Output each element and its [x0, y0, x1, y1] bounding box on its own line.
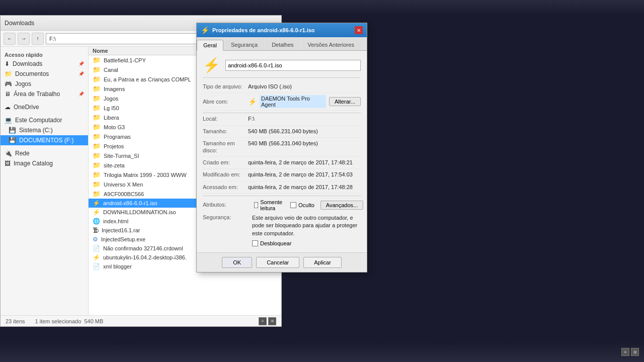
- dialog-close-button[interactable]: ✕: [355, 26, 363, 34]
- taskbar-grid-view[interactable]: ⊞: [631, 348, 639, 356]
- modified-value: quinta-feira, 2 de março de 2017, 17:54:…: [248, 171, 361, 178]
- forward-button[interactable]: →: [18, 33, 30, 45]
- created-label: Criado em:: [203, 159, 248, 166]
- openswith-label: Abre com:: [203, 98, 248, 106]
- sidebar-label-systemc: Sistema (C:): [19, 127, 53, 134]
- sidebar-label-desktop: Área de Trabalho: [14, 90, 60, 98]
- filetype-row: Tipo de arquivo: Arquivo ISO (.iso): [203, 83, 361, 93]
- dialog-titlebar: ⚡ Propriedades de android-x86-6.0-r1.iso…: [197, 23, 367, 37]
- dialog-title-icon: ⚡: [201, 26, 209, 34]
- tab-geral[interactable]: Geral: [197, 40, 223, 51]
- unblock-checkbox[interactable]: [252, 240, 258, 246]
- up-button[interactable]: ↑: [32, 33, 44, 45]
- created-value: quinta-feira, 2 de março de 2017, 17:48:…: [248, 159, 361, 166]
- sidebar-label-network: Rede: [15, 150, 30, 157]
- rar-icon: 🗜: [93, 227, 99, 234]
- openswith-app-name: DAEMON Tools Pro Agent: [260, 95, 326, 108]
- html-icon: 🌐: [93, 218, 100, 225]
- file-name: ubuntukylin-16.04.2-desktop-i386.: [103, 254, 187, 260]
- hidden-checkbox-box[interactable]: [290, 202, 296, 208]
- folder-icon: 📁: [93, 66, 101, 73]
- folder-icon: 📁: [93, 142, 101, 150]
- dialog-content: ⚡ Tipo de arquivo: Arquivo ISO (.iso) Ab…: [197, 51, 367, 252]
- file-header: ⚡: [203, 57, 361, 78]
- folder-icon: 📁: [93, 171, 101, 178]
- security-row: Segurança: Este arquivo veio de outro co…: [203, 214, 361, 237]
- sidebar-label-jogos: Jogos: [15, 80, 31, 87]
- drive-c-icon: 💾: [9, 127, 16, 134]
- folder-icon: 📁: [93, 104, 101, 112]
- file-name: Projetos: [104, 143, 124, 149]
- file-name: Site-Turma_SI: [104, 153, 139, 159]
- file-name: site-zeta: [104, 162, 125, 168]
- file-name: Jogos: [104, 96, 118, 102]
- openswith-app-icon: ⚡: [248, 98, 257, 106]
- taskbar-list-view[interactable]: ≡: [621, 348, 629, 356]
- readonly-checkbox[interactable]: Somente leitura: [254, 199, 284, 211]
- tab-detalhes[interactable]: Detalhes: [265, 39, 300, 50]
- ok-button[interactable]: OK: [222, 257, 252, 268]
- accessed-value: quinta-feira, 2 de março de 2017, 17:48:…: [248, 184, 361, 191]
- sidebar-item-downloads[interactable]: ⬇ Downloads 📌: [1, 59, 88, 69]
- advanced-button[interactable]: Avançados...: [320, 201, 363, 210]
- accessed-row: Acessado em: quinta-feira, 2 de março de…: [203, 184, 361, 194]
- downloads-icon: ⬇: [5, 60, 10, 67]
- drive-f-icon: 💾: [9, 137, 16, 144]
- folder-icon: 📁: [93, 114, 101, 121]
- sidebar-item-desktop[interactable]: 🖥 Área de Trabalho 📌: [1, 89, 88, 99]
- sidebar-item-network[interactable]: 🔌 Rede: [1, 148, 88, 158]
- security-label: Segurança:: [203, 214, 248, 220]
- readonly-label: Somente leitura: [260, 199, 284, 211]
- location-label: Local:: [203, 115, 248, 123]
- openswith-row: Abre com: ⚡ DAEMON Tools Pro Agent Alter…: [203, 95, 361, 111]
- imagecatalog-icon: 🖼: [5, 160, 11, 167]
- filetype-value: Arquivo ISO (.iso): [248, 83, 361, 90]
- pin-icon-desktop: 📌: [78, 92, 84, 97]
- file-header-icon: ⚡: [203, 57, 220, 73]
- sizedisk-value: 540 MB (566.231.040 bytes): [248, 140, 361, 154]
- tab-versoes[interactable]: Versões Anteriores: [301, 39, 361, 50]
- list-view-button[interactable]: ≡: [259, 317, 267, 325]
- sidebar-item-documentosf[interactable]: 💾 DOCUMENTOS (F:): [1, 135, 88, 145]
- file-name: Lg I50: [104, 105, 119, 111]
- sidebar-item-thispc[interactable]: 💻 Este Computador: [1, 115, 88, 125]
- filename-input[interactable]: [225, 60, 361, 71]
- location-row: Local: F:\: [203, 115, 361, 125]
- sidebar-label-imagecatalog: Image Catalog: [14, 160, 53, 167]
- view-icons: ≡ ⊞: [259, 317, 276, 325]
- sidebar-item-imagecatalog[interactable]: 🖼 Image Catalog: [1, 158, 88, 168]
- sidebar-item-onedrive[interactable]: ☁ OneDrive: [1, 102, 88, 112]
- security-text: Este arquivo veio de outro computador, e…: [252, 214, 361, 237]
- created-row: Criado em: quinta-feira, 2 de março de 2…: [203, 159, 361, 169]
- sidebar-item-systemc[interactable]: 💾 Sistema (C:): [1, 125, 88, 135]
- thispc-icon: 💻: [5, 117, 12, 124]
- file-name: InjectedSetup.exe: [101, 236, 145, 242]
- iso-icon: ⚡: [93, 209, 100, 216]
- folder-icon: 📁: [93, 180, 101, 188]
- file-name: Não confirmado 327146.crdownl: [103, 245, 183, 251]
- file-name: index.html: [103, 218, 128, 224]
- sidebar-item-jogos[interactable]: 🎮 Jogos: [1, 79, 88, 89]
- accessed-label: Acessado em:: [203, 184, 248, 191]
- file-name: Imagens: [104, 86, 125, 92]
- explorer-statusbar: 23 itens 1 item selecionado 540 MB ≡ ⊞: [1, 315, 281, 326]
- sidebar-item-documentos[interactable]: 📁 Documentos 📌: [1, 69, 88, 79]
- details-view-button[interactable]: ⊞: [268, 317, 276, 325]
- size-row: Tamanho: 540 MB (566.231.040 bytes): [203, 128, 361, 138]
- file-name: Programas: [104, 134, 131, 140]
- size-value: 540 MB (566.231.040 bytes): [248, 128, 361, 135]
- apply-button[interactable]: Aplicar: [303, 257, 342, 268]
- iso-icon: ⚡: [93, 200, 100, 207]
- readonly-checkbox-box[interactable]: [254, 202, 258, 208]
- pin-icon-downloads: 📌: [78, 61, 84, 66]
- taskbar: ≡ ⊞: [0, 342, 644, 362]
- folder-icon: 📁: [93, 123, 101, 131]
- folder-icon: 📁: [93, 190, 101, 198]
- file-name: Universo X Men: [104, 182, 143, 188]
- tab-seguranca[interactable]: Segurança: [224, 39, 264, 50]
- cancel-button[interactable]: Cancelar: [256, 257, 299, 268]
- back-button[interactable]: ←: [4, 33, 16, 45]
- folder-icon: 📁: [93, 161, 101, 169]
- change-app-button[interactable]: Alterar...: [329, 97, 361, 106]
- hidden-checkbox[interactable]: Oculto: [290, 202, 314, 208]
